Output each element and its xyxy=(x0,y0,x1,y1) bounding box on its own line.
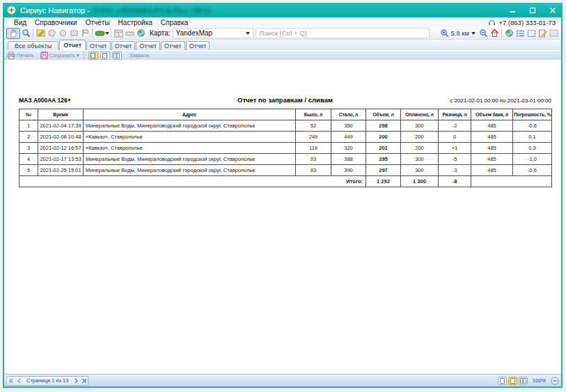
close-button[interactable] xyxy=(542,3,563,17)
status-bar: Страница 1 из 13 100% xyxy=(4,374,561,386)
app-icon xyxy=(7,6,16,15)
report-period: с 2021-02-01 00:00 по 2021-03-01 00:00 xyxy=(450,97,551,104)
tab-report-2[interactable]: Отчет xyxy=(86,41,111,50)
table-row: 42021-02-17 13:53Минеральные Воды, Минер… xyxy=(19,154,552,165)
main-toolbar: Карта: YandexMap Поиск (Ctrl + Q) 5.8 км xyxy=(4,27,561,40)
table-row: 22021-02-08 10:48«Кавказ», Ставрополье24… xyxy=(19,132,552,143)
view-fit-page-button[interactable] xyxy=(100,52,110,60)
print-button[interactable]: Печать xyxy=(7,52,34,59)
flag-tool-button[interactable] xyxy=(79,28,91,39)
zoom-out-button[interactable] xyxy=(478,28,489,39)
zoom-in-button[interactable] xyxy=(439,28,450,39)
zoom-tool-button[interactable] xyxy=(20,28,31,39)
report-table: №ВремяАдресБыло, лСтало, лОбъем, лОплаче… xyxy=(19,109,552,187)
first-page-button[interactable] xyxy=(8,377,15,385)
page-indicator: Страница 1 из 13 xyxy=(23,377,72,384)
selection-frame-button[interactable] xyxy=(526,28,537,39)
menu-directories[interactable]: Справочники xyxy=(31,19,81,26)
map-scale-value[interactable]: 5.8 км xyxy=(450,29,469,37)
scale-dropdown-arrow[interactable] xyxy=(471,32,475,35)
report-toolbar: Печать Сохранить Закрыть xyxy=(4,50,561,60)
search-input[interactable]: Поиск (Ctrl + Q) xyxy=(256,28,430,38)
menu-view[interactable]: Вид xyxy=(10,19,31,26)
tab-all-objects[interactable]: Все объекты xyxy=(8,41,58,50)
zoom-out-minus-icon[interactable] xyxy=(551,377,559,385)
save-button[interactable]: Сохранить xyxy=(40,52,79,59)
rectangle-tool-button[interactable] xyxy=(68,28,79,39)
window-title-masked: ООО «ЮНИВЕРСАЛЬ» (МЗ) xyxy=(93,6,211,15)
table-row: 12021-02-04 17:39Минеральные Воды, Минер… xyxy=(19,120,552,132)
globe-button[interactable] xyxy=(503,28,514,39)
pan-tool-button[interactable] xyxy=(6,28,20,39)
minimize-button[interactable] xyxy=(502,3,522,17)
view-single-page-button[interactable] xyxy=(88,52,98,60)
title-bar: Сириус Навигатор - ООО «ЮНИВЕРСАЛЬ» (МЗ) xyxy=(3,3,563,17)
table-row: 52021-02-25 15:01Минеральные Воды, Минер… xyxy=(19,165,552,176)
table-row: 32021-02-12 16:57«Кавказ», Ставрополье11… xyxy=(19,143,552,154)
vehicle-dropdown-arrow[interactable] xyxy=(105,32,109,35)
map-select[interactable]: YandexMap xyxy=(173,28,253,38)
table-header-row: №ВремяАдресБыло, лСтало, лОбъем, лОплаче… xyxy=(19,109,552,120)
image-button[interactable] xyxy=(548,28,559,39)
tab-report-4[interactable]: Отчет xyxy=(136,41,160,50)
report-page: МАЗ A000AA 126+ Отчет по заправкам / сли… xyxy=(4,60,561,374)
zoom-fit-width-button[interactable] xyxy=(508,377,517,385)
last-page-button[interactable] xyxy=(79,377,87,385)
ruler-button[interactable] xyxy=(124,28,135,39)
table-view-button[interactable] xyxy=(113,28,124,39)
map-label: Карта: xyxy=(150,29,171,37)
prev-page-button[interactable] xyxy=(15,377,23,385)
table-totals-row: Итого: 1 292 1 300 -8 xyxy=(19,176,552,187)
save-icon xyxy=(40,52,48,59)
tab-report-3[interactable]: Отчет xyxy=(111,41,136,50)
menu-bar: Вид Справочники Отчёты Настройка Справка… xyxy=(4,17,561,27)
map-dropdown-arrow xyxy=(246,32,250,35)
pagination: Страница 1 из 13 xyxy=(6,376,88,386)
next-page-button[interactable] xyxy=(72,377,79,385)
menu-reports[interactable]: Отчёты xyxy=(81,19,114,26)
tab-report-active[interactable]: Отчет xyxy=(59,40,86,50)
zoom-percent: 100% xyxy=(533,377,546,384)
printer-icon xyxy=(7,52,15,59)
save-dropdown-arrow[interactable] xyxy=(77,54,79,57)
tab-report-6[interactable]: Отчет xyxy=(186,41,210,50)
tab-report-5[interactable]: Отчет xyxy=(161,41,185,50)
menu-help[interactable]: Справка xyxy=(157,19,192,26)
window-title: Сириус Навигатор - xyxy=(20,6,90,15)
support-phone: +7 (863) 333-01-73 xyxy=(488,19,556,26)
circle-tool-button[interactable] xyxy=(57,28,68,39)
close-report-button[interactable]: Закрыть xyxy=(129,52,150,58)
edit-map-button[interactable] xyxy=(35,28,46,39)
zoom-multi-page-button[interactable] xyxy=(519,377,528,385)
edit-note-button[interactable] xyxy=(537,28,548,39)
zoom-single-page-button[interactable] xyxy=(498,377,507,385)
polygon-tool-button[interactable] xyxy=(46,28,57,39)
maximize-button[interactable] xyxy=(522,3,542,17)
menu-settings[interactable]: Настройка xyxy=(114,19,157,26)
app-window: Сириус Навигатор - ООО «ЮНИВЕРСАЛЬ» (МЗ)… xyxy=(3,3,563,388)
home-button[interactable] xyxy=(489,28,500,39)
view-multi-page-button[interactable] xyxy=(112,52,122,60)
vehicle-button[interactable] xyxy=(94,28,105,39)
globe-layers-button[interactable] xyxy=(135,28,146,39)
tab-strip: Все объекты Отчет Отчет Отчет Отчет Отче… xyxy=(4,40,561,50)
headset-icon xyxy=(488,19,496,26)
list-button[interactable] xyxy=(514,28,526,39)
